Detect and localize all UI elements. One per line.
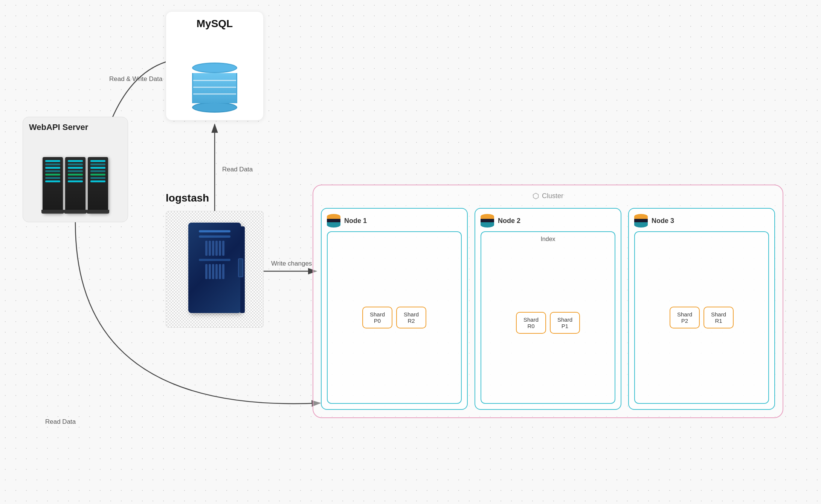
rack-unit-1 (43, 157, 63, 214)
node-1-shards: ShardP0 ShardR2 (331, 236, 457, 399)
shard-r2: ShardR2 (396, 307, 426, 328)
node-3-header: Node 3 (634, 214, 769, 228)
node-2-es-icon (481, 214, 494, 228)
node-1-box: Node 1 ShardP0 ShardR2 (321, 208, 468, 410)
tower-server-icon (188, 223, 241, 313)
webapi-title: WebAPI Server (29, 122, 88, 132)
index-label: Index (485, 236, 611, 243)
rack-unit-3 (88, 157, 108, 214)
node-3-shards: ShardP2 ShardR1 (639, 236, 765, 399)
server-rack-icon (43, 157, 108, 214)
mysql-box: MySQL (166, 11, 264, 121)
node-1-index: ShardP0 ShardR2 (327, 231, 462, 404)
logstash-box (166, 211, 264, 328)
diagram-container: Read & Write Data Read Data Write change… (0, 0, 821, 504)
cluster-label: ⬡ Cluster (533, 191, 563, 200)
mysql-title: MySQL (197, 18, 233, 30)
cluster-box: ⬡ Cluster Node 1 ShardP0 ShardR2 (313, 185, 783, 418)
node-3-box: Node 3 ShardP2 ShardR1 (628, 208, 775, 410)
nodes-container: Node 1 ShardP0 ShardR2 No (321, 208, 775, 410)
node-1-es-icon (327, 214, 340, 228)
shard-p1: ShardP1 (550, 312, 580, 334)
shard-r0: ShardR0 (516, 312, 546, 334)
shard-p2: ShardP2 (670, 307, 700, 328)
node-2-shards: ShardR0 ShardP1 (485, 246, 611, 399)
shard-p0: ShardP0 (362, 307, 392, 328)
node-3-index: ShardP2 ShardR1 (634, 231, 769, 404)
label-read-write: Read & Write Data (109, 75, 162, 83)
label-read-data-webapi: Read Data (45, 418, 76, 426)
node-2-index: Index ShardR0 ShardP1 (481, 231, 615, 404)
node-2-box: Node 2 Index ShardR0 ShardP1 (475, 208, 621, 410)
node-2-header: Node 2 (481, 214, 615, 228)
database-icon (192, 63, 237, 113)
node-3-es-icon (634, 214, 648, 228)
label-read-data-logstash: Read Data (222, 166, 253, 173)
node-3-title: Node 3 (652, 217, 674, 225)
rack-unit-2 (65, 157, 85, 214)
cluster-icon: ⬡ (533, 191, 539, 200)
label-write-changes: Write changes (271, 260, 312, 267)
webapi-server-box: WebAPI Server (23, 117, 128, 222)
node-1-header: Node 1 (327, 214, 462, 228)
node-1-title: Node 1 (344, 217, 367, 225)
logstash-title: logstash (166, 192, 209, 204)
node-2-title: Node 2 (498, 217, 520, 225)
shard-r1: ShardR1 (703, 307, 734, 328)
